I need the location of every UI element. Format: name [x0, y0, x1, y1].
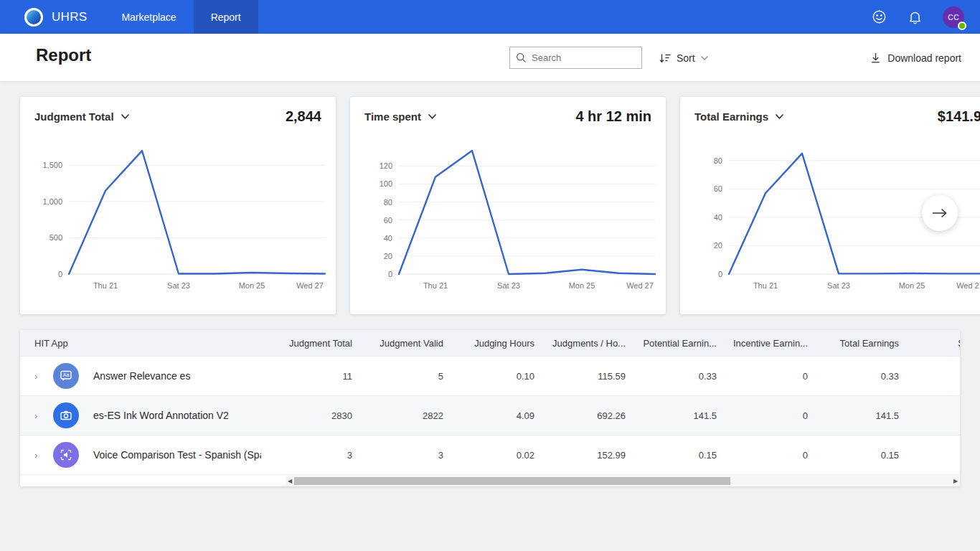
feedback-smiley-icon[interactable]	[871, 9, 887, 25]
brand-name: UHRS	[52, 10, 87, 24]
cell-total-earnings: 0.15	[808, 450, 899, 461]
time-spent-line-chart: 020406080100120Thu 21Sat 23Mon 25Wed 27	[364, 129, 659, 301]
svg-text:Sat 23: Sat 23	[827, 281, 850, 290]
row-expand-chevron[interactable]: ›	[34, 450, 53, 461]
svg-text:120: 120	[380, 161, 392, 170]
download-icon	[870, 52, 881, 64]
column-header-judgment-total[interactable]: Judgment Total	[261, 338, 352, 349]
column-header-incentive-earnings[interactable]: Incentive Earnin...	[717, 338, 808, 349]
cell-judgments-per-hour: 692.26	[534, 410, 626, 421]
column-header-judgment-valid[interactable]: Judgment Valid	[352, 338, 443, 349]
hit-app-name[interactable]: es-ES Ink Word Annotation V2	[93, 410, 229, 421]
row-expand-chevron[interactable]: ›	[34, 371, 53, 382]
hit-app-report-table: HIT App Judgment Total Judgment Valid Ju…	[20, 330, 960, 486]
sort-label: Sort	[677, 52, 695, 64]
cell-potential-earnings: 141.5	[626, 410, 717, 421]
svg-text:Aa: Aa	[63, 372, 70, 377]
scrollbar-thumb[interactable]	[294, 477, 730, 485]
card-title-label: Judgment Total	[34, 110, 114, 123]
column-header-hit-app[interactable]: HIT App	[20, 338, 261, 349]
cell-judgment-total: 3	[261, 450, 352, 461]
user-avatar[interactable]: CC	[943, 6, 964, 28]
svg-text:Wed 27: Wed 27	[296, 281, 324, 290]
table-row[interactable]: › Voice Comparison Test - Spanish (Spain…	[20, 435, 960, 474]
card-total-value: 4 hr 12 min	[575, 108, 651, 125]
svg-text:Mon 25: Mon 25	[239, 281, 265, 290]
column-header-judging-hours[interactable]: Judging Hours	[443, 338, 534, 349]
chevron-down-icon	[700, 55, 709, 61]
card-metric-selector[interactable]: Judgment Total	[34, 110, 130, 123]
judgment-total-line-chart: 05001,0001,500Thu 21Sat 23Mon 25Wed 27	[34, 129, 329, 301]
page-header: Report Sort D	[0, 34, 980, 81]
svg-text:Wed 27: Wed 27	[626, 281, 654, 290]
table-row[interactable]: › es-ES Ink Word Annotation V2 2830 2822…	[20, 395, 960, 435]
sort-button[interactable]: Sort	[655, 47, 713, 69]
download-report-label: Download report	[887, 52, 961, 64]
search-icon	[516, 52, 527, 63]
svg-text:40: 40	[384, 234, 392, 242]
svg-text:60: 60	[384, 216, 392, 225]
notifications-bell-icon[interactable]	[907, 9, 923, 25]
chat-text-icon: Aa	[53, 363, 79, 389]
cell-judgment-total: 11	[261, 371, 352, 382]
uhrs-logo-icon	[24, 8, 43, 27]
svg-text:Thu 21: Thu 21	[753, 281, 778, 290]
svg-text:Sat 23: Sat 23	[497, 281, 520, 290]
cell-total-earnings: 0.33	[808, 371, 899, 382]
page-title: Report	[36, 45, 91, 65]
cell-potential-earnings: 0.15	[626, 450, 717, 461]
svg-text:20: 20	[384, 252, 392, 260]
presence-status-dot	[958, 22, 966, 30]
svg-text:0: 0	[58, 270, 62, 278]
cell-incentive-earnings: 0	[717, 371, 808, 382]
chevron-down-icon	[121, 113, 130, 120]
cell-judgments-per-hour: 115.59	[534, 371, 626, 382]
cell-potential-earnings: 0.33	[626, 371, 717, 382]
card-metric-selector[interactable]: Total Earnings	[694, 110, 784, 123]
search-input[interactable]	[532, 52, 636, 63]
top-nav: UHRS Marketplace Report CC	[0, 0, 980, 34]
nav-tab-report[interactable]: Report	[194, 0, 258, 34]
card-total-value: $141.9	[938, 108, 980, 125]
chevron-down-icon	[775, 113, 784, 120]
cell-judging-hours: 0.02	[443, 450, 534, 461]
row-expand-chevron[interactable]: ›	[34, 410, 53, 421]
metric-cards: Judgment Total 2,844 05001,0001,500Thu 2…	[20, 97, 980, 314]
brand[interactable]: UHRS	[0, 8, 104, 27]
nav-right: CC	[871, 0, 964, 34]
column-header-judgments-hour[interactable]: Judgments / Ho...	[534, 338, 626, 349]
search-box	[509, 47, 642, 69]
hit-app-name[interactable]: Answer Relevance es	[93, 370, 190, 382]
scroll-left-arrow-icon[interactable]: ◀	[286, 476, 294, 486]
cell-judgment-valid: 2822	[352, 410, 443, 421]
hit-app-name[interactable]: Voice Comparison Test - Spanish (Spain..…	[93, 449, 261, 461]
column-header-potential-earnings[interactable]: Potential Earnin...	[626, 338, 717, 349]
column-header-spam[interactable]: Spam...	[899, 338, 960, 349]
card-judgment-total: Judgment Total 2,844 05001,0001,500Thu 2…	[20, 97, 336, 314]
cell-judgment-total: 2830	[261, 410, 352, 421]
svg-text:20: 20	[714, 241, 722, 250]
nav-tab-marketplace[interactable]: Marketplace	[104, 0, 193, 34]
cell-judgment-valid: 5	[352, 371, 443, 382]
card-metric-selector[interactable]: Time spent	[364, 110, 437, 123]
svg-text:1,500: 1,500	[42, 161, 62, 169]
svg-text:100: 100	[380, 179, 392, 188]
cell-incentive-earnings: 0	[717, 450, 808, 461]
horizontal-scrollbar[interactable]: ◀ ▶	[286, 476, 960, 486]
svg-text:1,000: 1,000	[42, 197, 62, 206]
column-header-total-earnings[interactable]: Total Earnings	[808, 338, 899, 349]
cell-judgment-valid: 3	[352, 450, 443, 461]
download-report-button[interactable]: Download report	[870, 47, 961, 69]
cell-judging-hours: 0.10	[443, 371, 534, 382]
svg-text:0: 0	[718, 270, 722, 278]
nav-tabs: Marketplace Report	[104, 0, 258, 34]
card-title-label: Total Earnings	[694, 110, 768, 123]
table-scroll-area: ◀ ▶	[20, 474, 960, 486]
scroll-right-arrow-icon[interactable]: ▶	[951, 476, 960, 486]
carousel-next-button[interactable]	[922, 195, 958, 231]
svg-text:60: 60	[714, 184, 722, 193]
avatar-initials: CC	[948, 13, 959, 22]
svg-text:40: 40	[714, 213, 722, 222]
table-row[interactable]: › Aa Answer Relevance es 11 5 0.10 115.5…	[20, 356, 960, 395]
cell-judging-hours: 4.09	[443, 410, 534, 421]
